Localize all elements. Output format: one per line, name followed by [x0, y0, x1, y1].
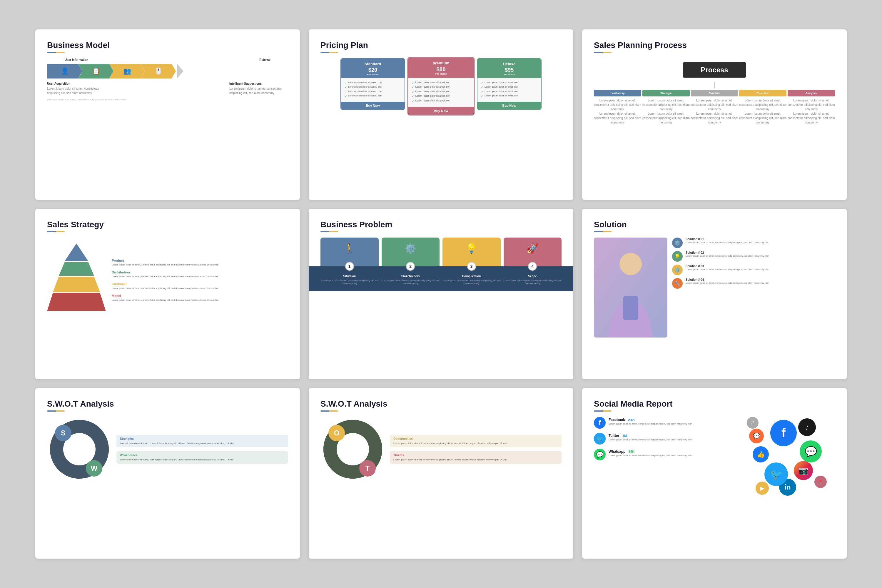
- twitter-info: Tuitter 1M Lorem ipsum dolor sit amet, c…: [609, 433, 692, 441]
- slide-swot2: S.W.O.T Analysis O: [309, 388, 573, 559]
- number-2: 2: [406, 262, 415, 271]
- solution-item-1: ⚙️ Solution # 01 Lorem ipsum dolor sit a…: [672, 237, 835, 248]
- svg-marker-1: [59, 262, 94, 276]
- solution-underline: [594, 231, 612, 232]
- pricing-columns: Standard $20 Per Month ✓Lorem ipsum dolo…: [321, 58, 561, 114]
- card-situation: 🚶 1: [321, 237, 379, 266]
- strategy-title: Sales Strategy: [47, 220, 288, 230]
- solution-items-list: ⚙️ Solution # 01 Lorem ipsum dolor sit a…: [672, 237, 835, 338]
- col-structure: Structure Lorem ipsum dolor sit amet, co…: [691, 90, 738, 124]
- pricing-standard: Standard $20 Per Month ✓Lorem ipsum dolo…: [340, 58, 405, 110]
- social-list: f Facebook 2.5h Lorem ipsum dolor sit am…: [594, 417, 744, 499]
- col-strategic: Strategic Lorem ipsum dolor sit amet, co…: [642, 90, 690, 124]
- cluster-instagram: 📷: [794, 461, 813, 480]
- pyramid-svg: [47, 237, 106, 320]
- standard-body: ✓Lorem ipsum dolor sit amet, con ✓Lorem …: [341, 78, 405, 102]
- label-scope: Scope Lorem ipsum dolor sit amet, consec…: [504, 274, 562, 285]
- slide-business-model: Business Model User information Referral…: [35, 29, 300, 200]
- cluster-misc2: 📍: [814, 476, 827, 488]
- col-analytics: Analytics Lorem ipsum dolor sit amet, co…: [788, 90, 835, 124]
- label-stakeholders: Stakeholders Lorem ipsum dolor sit amet,…: [382, 274, 440, 285]
- swot2-underline: [321, 410, 338, 412]
- swot1-sections: Strengths Lorem ipsum dolor sit amet, co…: [116, 435, 288, 464]
- swot2-sections: Opportunities Lorem ipsum dolor sit amet…: [390, 435, 561, 464]
- swot-opportunities: Opportunities Lorem ipsum dolor sit amet…: [390, 435, 561, 447]
- label-referral: Referral: [259, 58, 270, 62]
- slide-sales-planning: Sales Planning Process Process Leadershi…: [582, 29, 847, 200]
- card-stakeholders: ⚙️ 2: [382, 237, 440, 266]
- cluster-facebook: f: [770, 420, 797, 446]
- strategy-item-product: Product Lorem ipsum dolor sit amet, cons…: [112, 259, 288, 266]
- solution-image: [594, 237, 668, 338]
- slide-grid: Business Model User information Referral…: [18, 12, 864, 576]
- cluster-twitter: 🐦: [764, 462, 788, 486]
- card-scope: 🚀 4: [504, 237, 562, 266]
- tree-line: [714, 82, 715, 88]
- solution-icon-1: ⚙️: [672, 237, 682, 248]
- premium-btn[interactable]: Buy Now: [408, 107, 474, 115]
- sublabel-acquisition: User Acquisition Lorem ipsum dolor sit a…: [47, 82, 100, 95]
- problem-labels-row: Situation Lorem ipsum dolor sit amet, co…: [321, 274, 561, 285]
- deluxe-body: ✓Lorem ipsum dolor sit amet, con ✓Lorem …: [477, 78, 541, 102]
- swot2-title: S.W.O.T Analysis: [321, 399, 561, 409]
- swot1-title: S.W.O.T Analysis: [47, 399, 288, 409]
- swot2-svg: O T: [321, 417, 385, 482]
- problem-underline: [321, 231, 338, 232]
- strategy-underline: [47, 231, 64, 232]
- slide-pricing-plan: Pricing Plan Standard $20 Per Month ✓Lor…: [309, 29, 573, 200]
- svg-rect-6: [623, 296, 638, 320]
- pricing-title: Pricing Plan: [321, 40, 561, 50]
- swot-weaknesses: Weaknesses Lorem ipsum dolor sit amet, c…: [116, 451, 288, 464]
- svg-text:S: S: [61, 429, 66, 437]
- sales-planning-title: Sales Planning Process: [594, 40, 835, 50]
- slide-business-problem: Business Problem 🚶 1 ⚙️ 2 💡 3 🚀 4: [309, 209, 573, 379]
- arrow-3: 👥: [110, 64, 145, 78]
- whatsapp-info: Whatsapp 85K Lorem ipsum dolor sit amet,…: [609, 448, 692, 457]
- slide-sales-strategy: Sales Strategy Product Lorem ipsum dolor…: [35, 209, 300, 379]
- svg-marker-0: [64, 243, 88, 261]
- icon-scope: 🚀: [507, 243, 559, 254]
- cluster-hashtag: #: [747, 417, 759, 429]
- slide-title: Business Model: [47, 40, 288, 50]
- solution-person-svg: [594, 237, 668, 338]
- solution-content: ⚙️ Solution # 01 Lorem ipsum dolor sit a…: [594, 237, 835, 338]
- solution-icon-4: 🔧: [672, 278, 682, 289]
- title-underline: [47, 52, 64, 53]
- solution-item-4: 🔧 Solution # 04 Lorem ipsum dolor sit am…: [672, 278, 835, 289]
- number-3: 3: [467, 262, 476, 271]
- cluster-like: 👍: [753, 446, 769, 462]
- icon-stakeholders: ⚙️: [384, 243, 437, 254]
- strategy-item-model: Model Lorem ipsum dolor sit amet, consec…: [112, 294, 288, 302]
- slide-solution: Solution: [582, 209, 847, 379]
- swot1-underline: [47, 410, 64, 412]
- premium-body: ✓Lorem ipsum dolor sit amet, con ✓Lorem …: [408, 78, 474, 107]
- deluxe-btn[interactable]: Buy Now: [477, 102, 541, 110]
- problem-title: Business Problem: [321, 220, 561, 230]
- card-complication: 💡 3: [442, 237, 501, 266]
- number-4: 4: [528, 262, 537, 271]
- facebook-icon: f: [594, 417, 606, 429]
- sales-planning-underline: [594, 52, 612, 53]
- slide-social-media: Social Media Report f Facebook 2.5h Lore…: [582, 388, 847, 559]
- pricing-premium: premium $80 Per Month ✓Lorem ipsum dolor…: [408, 57, 475, 116]
- svg-marker-3: [47, 293, 106, 311]
- process-columns: Leadership Lorem ipsum dolor sit amet, c…: [594, 90, 835, 124]
- social-facebook: f Facebook 2.5h Lorem ipsum dolor sit am…: [594, 417, 744, 429]
- cluster-whatsapp: 💬: [800, 440, 822, 462]
- whatsapp-icon: 💬: [594, 448, 606, 460]
- cluster-tiktok: ♪: [798, 418, 816, 436]
- solution-icon-3: ⚙️: [672, 265, 682, 275]
- label-complication: Complication Lorem ipsum dolor sit amet,…: [442, 274, 501, 285]
- arrow-1: 👤: [47, 64, 82, 78]
- solution-text-1: Solution # 01 Lorem ipsum dolor sit amet…: [686, 237, 769, 244]
- process-box: Process: [683, 62, 746, 78]
- solution-item-3: ⚙️ Solution # 03 Lorem ipsum dolor sit a…: [672, 265, 835, 275]
- sublabel-suggestions: Intelligent Suggestions Lorem ipsum dolo…: [230, 82, 288, 95]
- standard-btn[interactable]: Buy Now: [341, 102, 405, 110]
- strategy-labels: Product Lorem ipsum dolor sit amet, cons…: [112, 259, 288, 302]
- slide-swot1: S.W.O.T Analysis: [35, 388, 300, 559]
- cluster-misc1: ▶: [756, 482, 769, 495]
- deluxe-header: Deluxe $95 Per Month: [477, 59, 541, 78]
- solution-item-2: 💡 Solution # 02 Lorem ipsum dolor sit am…: [672, 251, 835, 262]
- swot2-content: O T Opportunities Lorem ipsum dolor sit …: [321, 417, 561, 482]
